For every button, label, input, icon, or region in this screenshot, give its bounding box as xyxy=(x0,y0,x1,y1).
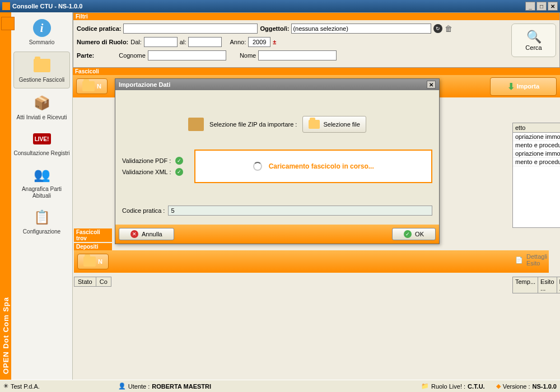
check-icon: ✓ xyxy=(404,230,412,238)
list-row[interactable]: opriazione immobiliare xyxy=(513,133,560,141)
codice-pratica-input[interactable] xyxy=(123,24,258,34)
col-stato[interactable]: Stato xyxy=(74,277,96,287)
loading-status: Caricamento fascicolo in corso... xyxy=(194,150,432,183)
folder-icon: 📁 xyxy=(421,382,429,390)
list-row[interactable]: opriazione immobiliare xyxy=(513,150,560,158)
cancel-icon: ✕ xyxy=(130,230,138,238)
dialog-close-button[interactable]: ✕ xyxy=(427,81,436,88)
nuovo-deposito-button[interactable]: N xyxy=(77,254,109,269)
col-temp[interactable]: Temp... xyxy=(512,277,538,293)
dal-label: Dal: xyxy=(130,39,142,45)
download-icon: ⬇ xyxy=(507,81,515,92)
utente-value: ROBERTA MAESTRI xyxy=(152,383,211,390)
fascicoli-header: Fascicoli xyxy=(73,68,560,75)
live-icon: LIVE! xyxy=(33,130,51,148)
list-row[interactable]: mento e procedure concorsuali xyxy=(513,141,560,150)
package-icon xyxy=(188,118,204,131)
packages-icon: 📦 xyxy=(33,94,51,112)
dialog-titlebar[interactable]: Importazione Dati ✕ xyxy=(115,79,439,90)
sidebar-item-consultazione[interactable]: LIVE! Consultazione Registri xyxy=(11,125,72,161)
depositi-table-header-left: Stato Co xyxy=(74,277,111,287)
depositi-toolbar: N xyxy=(74,250,549,273)
test-pda-label: Test P.d.A. xyxy=(11,383,40,390)
cerca-button[interactable]: 🔍 Cerca xyxy=(511,24,556,57)
document-icon: 📄 xyxy=(515,256,523,264)
oggetto-clear-icon[interactable]: ↻ xyxy=(433,24,442,33)
statusbar: ✳ Test P.d.A. 👤 Utente : ROBERTA MAESTRI… xyxy=(0,380,560,392)
search-icon: 🔍 xyxy=(526,30,542,44)
dialog-title: Importazione Dati xyxy=(119,81,170,88)
validazione-pdf-label: Validazione PDF : xyxy=(122,157,171,164)
sidebar-item-configurazione[interactable]: 📋 Configurazione xyxy=(11,204,72,240)
selezione-file-button[interactable]: Selezione file xyxy=(302,116,366,133)
brand-logo xyxy=(1,17,15,30)
fascicoli-trov-header: Fascicoli trov xyxy=(74,228,112,242)
dialog-footer: ✕ Annulla ✓ OK xyxy=(115,225,439,244)
brand-strip: OPEN Dot Com Spa xyxy=(0,12,11,380)
close-button[interactable]: ✕ xyxy=(548,2,558,11)
al-label: al: xyxy=(180,39,186,45)
select-file-label: Selezione file ZIP da importare : xyxy=(209,121,297,128)
check-icon: ✓ xyxy=(175,168,183,176)
list-row[interactable]: mento e procedure concorsuali xyxy=(513,158,560,166)
info-icon: i xyxy=(33,19,51,37)
dettagli-esito-button[interactable]: 📄 Dettagli Esito xyxy=(515,253,560,267)
ruolo-value: C.T.U. xyxy=(468,383,485,390)
spinner-icon xyxy=(253,162,262,171)
maximize-button[interactable]: □ xyxy=(536,2,547,11)
app-icon xyxy=(2,2,10,10)
folder-open-icon xyxy=(309,120,320,129)
minimize-button[interactable]: _ xyxy=(525,2,535,11)
codice-pratica-dialog-label: Codice pratica : xyxy=(122,207,165,214)
codice-pratica-label: Codice pratica: xyxy=(77,25,121,32)
oggetto-input[interactable] xyxy=(291,24,431,34)
nuovo-button[interactable]: N xyxy=(76,78,108,94)
folder-search-icon xyxy=(33,57,51,74)
validazione-xml-label: Validazione XML : xyxy=(122,169,171,175)
filtri-title: Filtri xyxy=(73,13,559,20)
cognome-input[interactable] xyxy=(148,50,226,60)
sidebar-item-atti[interactable]: 📦 Atti Inviati e Ricevuti xyxy=(11,90,72,125)
parte-label: Parte: xyxy=(77,52,94,59)
versione-label: Versione : xyxy=(503,383,530,390)
importazione-dati-dialog: Importazione Dati ✕ Selezione file ZIP d… xyxy=(115,78,440,244)
col-co[interactable]: Co xyxy=(96,277,111,287)
utente-label: Utente : xyxy=(128,383,150,390)
titlebar: Consolle CTU - NS-1.0.0 _ □ ✕ xyxy=(0,0,560,12)
annulla-button[interactable]: ✕ Annulla xyxy=(119,228,174,240)
spark-icon: ✳ xyxy=(3,382,8,390)
depositi-table-header-right: Temp... Esito ... Esito ... Allegati xyxy=(512,277,560,293)
ok-button[interactable]: ✓ OK xyxy=(392,228,436,240)
folder-icon xyxy=(82,81,95,91)
anno-input[interactable] xyxy=(248,37,270,47)
col-esito2[interactable]: Esito ... xyxy=(557,277,560,293)
filtri-panel: Filtri Codice pratica: Oggetto/i: ↻ 🗑 Nu… xyxy=(73,12,560,68)
sidebar-item-anagrafica[interactable]: 👥 Anagrafica Parti Abituali xyxy=(11,161,72,204)
dal-input[interactable] xyxy=(144,37,178,47)
trash-icon[interactable]: 🗑 xyxy=(445,24,452,33)
oggetto-header[interactable]: etto xyxy=(512,123,560,133)
codice-pratica-dialog-input[interactable] xyxy=(168,206,432,216)
oggetto-column: etto opriazione immobiliare mento e proc… xyxy=(512,123,560,228)
clipboard-icon: 📋 xyxy=(33,208,51,226)
importa-button[interactable]: ⬇ Importa xyxy=(490,77,557,96)
numero-ruolo-label: Numero di Ruolo: xyxy=(77,39,128,45)
nome-label: Nome xyxy=(240,52,256,59)
al-input[interactable] xyxy=(188,37,222,47)
oggetto-label: Oggetto/i: xyxy=(260,25,289,32)
cognome-label: Cognome xyxy=(119,52,146,59)
anno-stepper-icon[interactable]: ± xyxy=(273,39,276,45)
sidebar-item-gestione-fascicoli[interactable]: Gestione Fascicoli xyxy=(13,52,70,88)
version-icon: ◆ xyxy=(496,382,501,390)
brand-text: OPEN Dot Com Spa xyxy=(2,297,10,374)
folder-icon xyxy=(83,256,96,267)
sidebar: i Sommario Gestione Fascicoli 📦 Atti Inv… xyxy=(11,12,73,380)
users-icon: 👥 xyxy=(33,166,51,184)
versione-value: NS-1.0.0 xyxy=(533,383,557,390)
window-title: Consolle CTU - NS-1.0.0 xyxy=(12,3,82,10)
check-icon: ✓ xyxy=(175,157,183,165)
col-esito1[interactable]: Esito ... xyxy=(538,277,557,293)
anno-label: Anno: xyxy=(230,39,246,45)
nome-input[interactable] xyxy=(258,50,337,60)
sidebar-item-sommario[interactable]: i Sommario xyxy=(11,15,72,50)
